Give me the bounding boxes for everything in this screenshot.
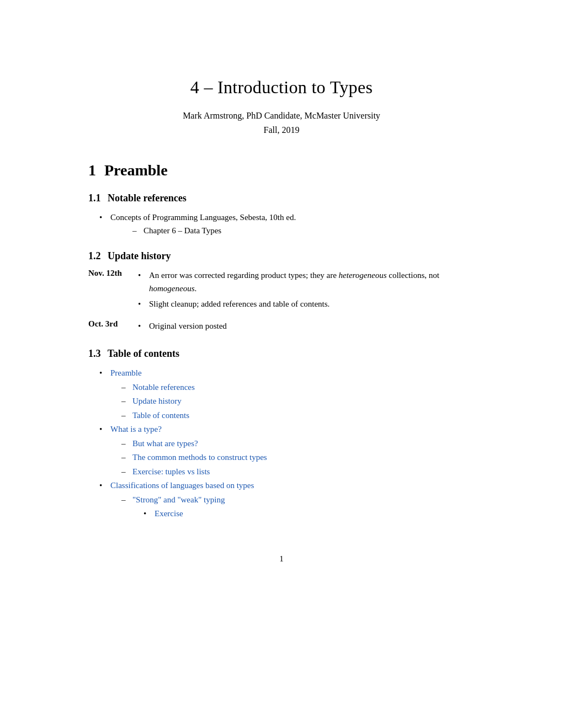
subsection-1-1-heading: 1.1 Notable references	[88, 192, 475, 204]
toc-item-but-what: But what are types?	[121, 437, 475, 451]
toc-what-is-type-children: But what are types? The common methods t…	[121, 437, 475, 479]
update-oct-date: Oct. 3rd	[88, 319, 138, 329]
subsection-1-1-number: 1.1	[88, 192, 101, 204]
toc-item-notable-references: Notable references	[121, 381, 475, 395]
notable-references-list: Concepts of Programming Languages, Sebes…	[99, 211, 475, 237]
toc-strong-weak-children: Exercise	[144, 507, 475, 521]
section-1-heading: 1 Preamble	[88, 162, 475, 179]
subsection-1-3-number: 1.3	[88, 348, 101, 359]
subsection-1-3-heading: 1.3 Table of contents	[88, 348, 475, 360]
toc-link-classifications[interactable]: Classifications of languages based on ty…	[110, 481, 254, 490]
toc-link-update-history[interactable]: Update history	[132, 397, 182, 405]
toc-item-table-of-contents: Table of contents	[121, 409, 475, 423]
toc-link-exercise-tuples[interactable]: Exercise: tuples vs lists	[132, 467, 210, 476]
document-page: 4 – Introduction to Types Mark Armstrong…	[0, 0, 563, 728]
update-oct-row: Oct. 3rd Original version posted	[88, 319, 475, 335]
italic-homogeneous: homogeneous	[149, 284, 195, 293]
toc-link-preamble[interactable]: Preamble	[110, 368, 142, 377]
update-oct-item-1: Original version posted	[138, 319, 227, 333]
notable-ref-sub-list: Chapter 6 – Data Types	[132, 224, 475, 237]
document-date: Fall, 2019	[88, 125, 475, 135]
update-nov-date: Nov. 12th	[88, 269, 138, 278]
update-nov-item-1: An error was corrected regarding product…	[138, 269, 475, 295]
italic-heterogeneous: heterogeneous	[339, 271, 387, 280]
update-oct-bullets: Original version posted	[138, 319, 227, 335]
toc-item-strong-weak: "Strong" and "weak" typing Exercise	[121, 493, 475, 521]
toc-item-common-methods: The common methods to construct types	[121, 451, 475, 465]
notable-ref-text-1: Concepts of Programming Languages, Sebes…	[110, 213, 296, 222]
toc-link-strong-weak[interactable]: "Strong" and "weak" typing	[132, 495, 225, 504]
notable-ref-item-1: Concepts of Programming Languages, Sebes…	[99, 211, 475, 237]
toc-link-table-of-contents[interactable]: Table of contents	[132, 411, 189, 420]
document-title: 4 – Introduction to Types	[88, 77, 475, 98]
toc-item-exercise-tuples: Exercise: tuples vs lists	[121, 465, 475, 479]
toc-classifications-children: "Strong" and "weak" typing Exercise	[121, 493, 475, 521]
section-1-label: Preamble	[104, 162, 168, 179]
toc-link-exercise[interactable]: Exercise	[155, 509, 183, 518]
update-nov-item-2: Slight cleanup; added references and tab…	[138, 297, 475, 311]
section-1-number: 1	[88, 162, 96, 179]
page-number: 1	[88, 554, 475, 564]
subsection-1-2-number: 1.2	[88, 250, 101, 261]
toc-preamble-children: Notable references Update history Table …	[121, 381, 475, 423]
toc-item-exercise: Exercise	[144, 507, 475, 521]
subsection-1-2-heading: 1.2 Update history	[88, 250, 475, 262]
toc-item-preamble: Preamble Notable references Update histo…	[99, 366, 475, 422]
toc-item-what-is-type: What is a type? But what are types? The …	[99, 422, 475, 479]
subsection-1-1-label: Notable references	[108, 192, 187, 204]
toc-link-common-methods[interactable]: The common methods to construct types	[132, 453, 267, 462]
notable-ref-dash-1: Chapter 6 – Data Types	[132, 224, 475, 237]
update-nov-bullets: An error was corrected regarding product…	[138, 269, 475, 313]
update-nov-row: Nov. 12th An error was corrected regardi…	[88, 269, 475, 313]
toc-link-but-what[interactable]: But what are types?	[132, 439, 198, 448]
toc-list: Preamble Notable references Update histo…	[99, 366, 475, 521]
toc-item-classifications: Classifications of languages based on ty…	[99, 479, 475, 521]
toc-item-update-history: Update history	[121, 394, 475, 409]
subsection-1-2-label: Update history	[108, 250, 171, 261]
document-author: Mark Armstrong, PhD Candidate, McMaster …	[88, 111, 475, 121]
toc-link-notable-references[interactable]: Notable references	[132, 383, 195, 392]
toc-link-what-is-type[interactable]: What is a type?	[110, 425, 162, 433]
subsection-1-3-label: Table of contents	[108, 348, 179, 359]
notable-ref-dash-text-1: Chapter 6 – Data Types	[144, 226, 221, 235]
